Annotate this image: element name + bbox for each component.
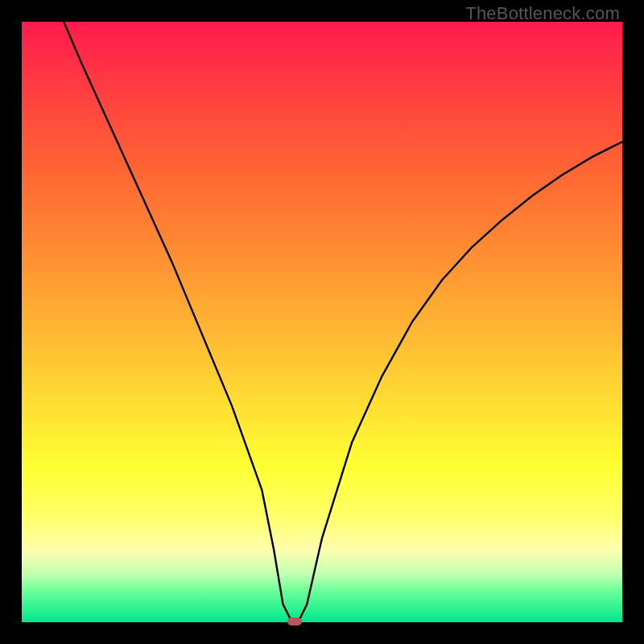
bottleneck-curve: [22, 22, 622, 622]
optimal-point-marker: [287, 617, 302, 625]
